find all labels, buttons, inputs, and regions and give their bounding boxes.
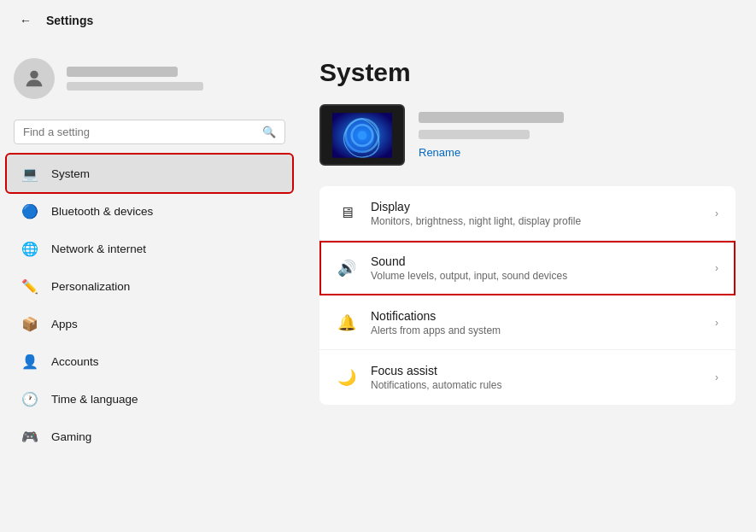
focus-icon: 🌙 xyxy=(337,367,357,388)
user-info xyxy=(67,67,203,91)
search-container: 🔍 xyxy=(0,116,299,155)
sound-desc: Volume levels, output, input, sound devi… xyxy=(371,270,567,282)
sidebar-label-accounts: Accounts xyxy=(51,355,99,368)
sidebar-item-network[interactable]: 🌐 Network & internet xyxy=(7,230,292,267)
avatar xyxy=(14,58,55,99)
user-profile[interactable] xyxy=(0,48,299,109)
display-desc: Monitors, brightness, night light, displ… xyxy=(371,215,581,227)
sidebar-label-apps: Apps xyxy=(51,318,78,330)
device-card: Rename xyxy=(319,104,735,166)
search-icon[interactable]: 🔍 xyxy=(262,126,276,138)
settings-list: 🖥 Display Monitors, brightness, night li… xyxy=(319,186,735,405)
notifications-text: Notifications Alerts from apps and syste… xyxy=(371,309,501,336)
sidebar-label-system: System xyxy=(51,167,90,180)
search-input[interactable] xyxy=(23,126,255,138)
gaming-icon: 🎮 xyxy=(21,427,39,446)
focus-name: Focus assist xyxy=(371,364,501,377)
settings-item-sound[interactable]: 🔊 Sound Volume levels, output, input, so… xyxy=(319,241,735,295)
personalization-icon: ✏️ xyxy=(21,277,39,295)
sidebar-item-accounts[interactable]: 👤 Accounts xyxy=(7,342,292,380)
sidebar-label-bluetooth: Bluetooth & devices xyxy=(51,205,153,218)
sidebar: 🔍 💻 System 🔵 Bluetooth & devices 🌐 Netwo… xyxy=(0,41,299,532)
device-info: Rename xyxy=(419,112,564,159)
network-icon: 🌐 xyxy=(21,239,39,258)
user-email xyxy=(67,82,203,91)
notifications-desc: Alerts from apps and system xyxy=(371,324,501,336)
main-layout: 🔍 💻 System 🔵 Bluetooth & devices 🌐 Netwo… xyxy=(0,41,756,532)
accounts-icon: 👤 xyxy=(21,352,39,371)
timelang-icon: 🕐 xyxy=(21,389,39,408)
device-thumbnail xyxy=(319,104,405,166)
settings-item-notifications[interactable]: 🔔 Notifications Alerts from apps and sys… xyxy=(319,295,735,350)
system-icon: 💻 xyxy=(21,164,39,183)
settings-item-focus[interactable]: 🌙 Focus assist Notifications, automatic … xyxy=(319,350,735,405)
notifications-arrow: › xyxy=(715,317,718,329)
settings-item-display[interactable]: 🖥 Display Monitors, brightness, night li… xyxy=(319,186,735,241)
sound-arrow: › xyxy=(715,262,718,274)
display-name: Display xyxy=(371,200,581,213)
focus-text: Focus assist Notifications, automatic ru… xyxy=(371,364,501,391)
back-button[interactable]: ← xyxy=(14,9,38,32)
page-title: System xyxy=(319,58,735,87)
sidebar-item-gaming[interactable]: 🎮 Gaming xyxy=(7,418,292,455)
sidebar-item-bluetooth[interactable]: 🔵 Bluetooth & devices xyxy=(7,192,292,230)
sidebar-item-system[interactable]: 💻 System xyxy=(7,155,292,192)
user-name xyxy=(67,67,178,77)
display-icon: 🖥 xyxy=(337,203,357,224)
svg-point-0 xyxy=(30,71,38,79)
sound-icon: 🔊 xyxy=(337,258,357,278)
rename-link[interactable]: Rename xyxy=(419,146,564,159)
title-bar: ← Settings xyxy=(0,0,756,41)
focus-arrow: › xyxy=(715,371,718,383)
device-spec xyxy=(419,130,530,139)
sidebar-item-timelang[interactable]: 🕐 Time & language xyxy=(7,380,292,418)
sidebar-label-gaming: Gaming xyxy=(51,430,91,443)
display-text: Display Monitors, brightness, night ligh… xyxy=(371,200,581,227)
sound-text: Sound Volume levels, output, input, soun… xyxy=(371,254,567,282)
bluetooth-icon: 🔵 xyxy=(21,202,39,220)
sidebar-label-network: Network & internet xyxy=(51,243,146,255)
app-title: Settings xyxy=(46,14,93,27)
focus-desc: Notifications, automatic rules xyxy=(371,379,501,391)
sound-name: Sound xyxy=(371,254,567,268)
sidebar-item-personalization[interactable]: ✏️ Personalization xyxy=(7,267,292,305)
nav-list: 💻 System 🔵 Bluetooth & devices 🌐 Network… xyxy=(0,155,299,455)
apps-icon: 📦 xyxy=(21,314,39,333)
notifications-name: Notifications xyxy=(371,309,501,323)
device-name xyxy=(419,112,564,123)
sidebar-label-timelang: Time & language xyxy=(51,393,138,406)
content-area: System xyxy=(299,41,756,532)
display-arrow: › xyxy=(715,208,718,219)
sidebar-item-apps[interactable]: 📦 Apps xyxy=(7,305,292,342)
search-box[interactable]: 🔍 xyxy=(14,120,285,144)
notifications-icon: 🔔 xyxy=(337,313,357,333)
sidebar-label-personalization: Personalization xyxy=(51,280,130,293)
